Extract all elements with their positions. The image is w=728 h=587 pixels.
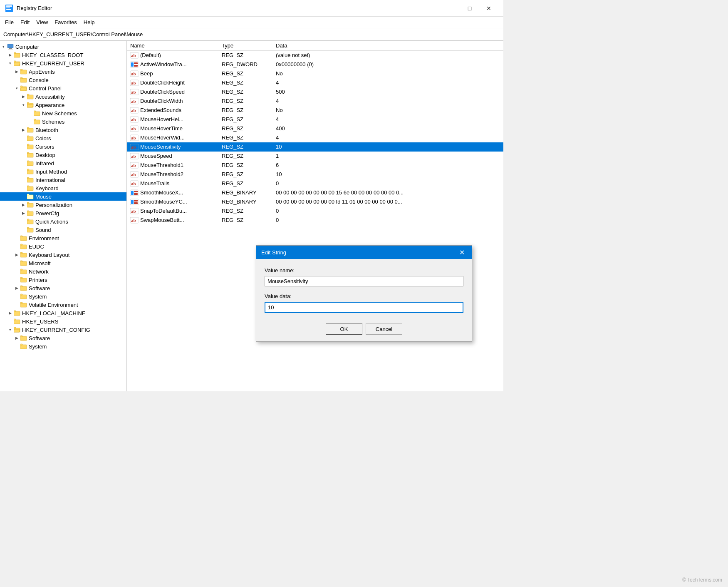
cancel-button[interactable]: Cancel [366, 323, 402, 335]
ok-button[interactable]: OK [326, 323, 362, 335]
modal-title-bar: Edit String ✕ [256, 246, 472, 259]
value-data-input[interactable] [265, 302, 463, 313]
modal-body: Value name: Value data: OK Cancel [256, 259, 472, 341]
modal-buttons: OK Cancel [265, 323, 463, 335]
modal-overlay: Edit String ✕ Value name: Value data: OK… [0, 0, 503, 391]
value-name-label: Value name: [265, 267, 463, 274]
value-name-input[interactable] [265, 276, 463, 286]
modal-title: Edit String [261, 249, 286, 256]
modal-close-button[interactable]: ✕ [457, 247, 467, 257]
edit-string-dialog: Edit String ✕ Value name: Value data: OK… [256, 245, 472, 342]
value-data-label: Value data: [265, 293, 463, 299]
